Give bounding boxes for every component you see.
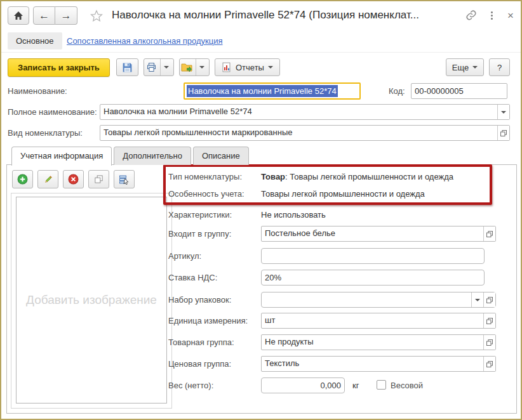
forward-icon: →	[61, 10, 72, 22]
copy-link-icon	[465, 10, 477, 21]
image-toolbar	[12, 170, 135, 188]
article-input[interactable]	[261, 248, 485, 264]
unit-input[interactable]: шт	[261, 313, 496, 329]
type-label: Тип номенклатуры:	[168, 169, 261, 185]
copy-icon	[94, 174, 104, 184]
type-row: Тип номенклатуры: Товар: Товары легкой п…	[168, 169, 511, 185]
group-value: Постельное белье	[262, 226, 483, 241]
type-value-rest: : Товары легкой промышленности и одежда	[285, 172, 453, 181]
attach-dropdown[interactable]	[196, 59, 208, 75]
weighted-label: Весовой	[391, 377, 423, 393]
kind-input[interactable]: Товары легкой промышленности маркированн…	[100, 125, 510, 141]
weight-label: Вес (нетто):	[168, 377, 261, 393]
vat-input[interactable]	[261, 270, 485, 285]
name-input[interactable]: Наволочка на молнии Primavelle 52*74	[184, 82, 361, 100]
more-kebab-icon	[491, 11, 493, 20]
image-dropzone[interactable]: Добавить изображение	[16, 197, 167, 404]
save-button[interactable]	[116, 58, 138, 76]
print-dropdown[interactable]	[160, 59, 172, 75]
characteristics-label: Характеристики:	[168, 207, 261, 223]
open-value-icon	[486, 296, 493, 304]
close-button[interactable]: ×	[503, 8, 518, 23]
home-icon	[13, 11, 23, 20]
weight-unit-label: кг	[352, 377, 359, 393]
unit-label: Единица измерения:	[168, 313, 261, 329]
packaging-input[interactable]	[261, 292, 496, 308]
save-icon	[122, 62, 133, 73]
accounting-value: Товары легкой промышленности и одежда	[261, 186, 425, 202]
open-value-icon	[500, 129, 507, 137]
home-button[interactable]	[8, 6, 29, 25]
forward-button[interactable]: →	[55, 6, 77, 25]
pick-from-list-icon	[119, 174, 130, 185]
product-group-open-button[interactable]	[483, 335, 495, 350]
product-group-input[interactable]: Не продукты	[261, 334, 496, 350]
packaging-value	[262, 292, 471, 307]
copy-link-button[interactable]	[464, 8, 479, 23]
more-label: Еще	[452, 63, 469, 72]
full-name-label: Полное наименование:	[8, 104, 97, 120]
report-icon	[222, 62, 231, 72]
kind-label: Вид номенклатуры:	[8, 125, 83, 141]
print-icon	[146, 62, 157, 72]
weighted-checkbox[interactable]	[377, 380, 386, 390]
price-group-input[interactable]: Текстиль	[261, 356, 496, 372]
close-icon: ×	[507, 10, 514, 21]
tab-main[interactable]: Основное	[8, 32, 62, 49]
price-group-open-button[interactable]	[483, 357, 495, 371]
full-name-value: Наволочка на молнии Primavelle 52*74	[100, 105, 497, 119]
group-open-button[interactable]	[483, 226, 495, 241]
page-title: Наволочка на молнии Primavelle 52*74 (По…	[112, 9, 455, 22]
copy-image-button[interactable]	[88, 170, 109, 188]
article-label: Артикул:	[168, 248, 261, 264]
edit-image-button[interactable]	[37, 170, 58, 188]
reports-button[interactable]: Отчеты	[215, 58, 280, 76]
favorite-button[interactable]	[89, 8, 104, 23]
image-group-box: Добавить изображение	[11, 193, 172, 409]
save-and-close-button[interactable]: Записать и закрыть	[8, 58, 110, 77]
packaging-label: Набор упаковок:	[168, 292, 261, 308]
tab-accounting-info[interactable]: Учетная информация	[11, 147, 112, 166]
price-group-value: Текстиль	[262, 357, 483, 371]
tab-matched-alcohol-link[interactable]: Сопоставленная алкогольная продукция	[67, 36, 223, 46]
unit-open-button[interactable]	[483, 313, 495, 328]
app-window: ← → Наволочка на молнии Primavelle 52*74…	[0, 0, 522, 420]
packaging-open-button[interactable]	[483, 292, 495, 307]
back-icon: ←	[39, 10, 50, 22]
dropdown-arrow-icon	[501, 111, 506, 114]
attach-file-button[interactable]	[179, 58, 210, 76]
add-icon	[17, 174, 28, 185]
back-button[interactable]: ←	[33, 6, 55, 25]
kind-open-button[interactable]	[497, 126, 509, 140]
full-name-input[interactable]: Наволочка на молнии Primavelle 52*74	[100, 104, 510, 120]
attach-folder-icon	[181, 62, 192, 72]
help-button[interactable]: ?	[489, 58, 510, 76]
dropdown-arrow-icon	[475, 299, 480, 301]
more-button[interactable]: Еще	[446, 58, 484, 76]
packaging-dropdown-button[interactable]	[471, 292, 483, 307]
print-button[interactable]	[144, 58, 174, 76]
edit-pencil-icon	[43, 174, 53, 185]
add-image-button[interactable]	[12, 170, 33, 188]
full-name-dropdown-button[interactable]	[497, 105, 509, 119]
tab-additional[interactable]: Дополнительно	[114, 147, 191, 165]
tab-panel: Добавить изображение Тип номенклатуры: Т…	[6, 164, 517, 414]
code-input[interactable]	[411, 83, 507, 99]
type-value: Товар: Товары легкой промышленности и од…	[261, 169, 453, 185]
command-bar: Записать и закрыть Отчеты Еще	[1, 58, 521, 79]
code-label: Код:	[389, 83, 405, 99]
group-label: Входит в группу:	[168, 226, 261, 242]
name-input-selected-text: Наволочка на молнии Primavelle 52*74	[187, 85, 338, 97]
weight-input[interactable]	[261, 377, 345, 393]
open-value-icon	[486, 317, 493, 325]
price-group-label: Ценовая группа:	[168, 356, 261, 372]
pick-image-button[interactable]	[114, 170, 135, 188]
tab-description[interactable]: Описание	[193, 147, 249, 165]
delete-image-button[interactable]	[63, 170, 84, 188]
kind-value: Товары легкой промышленности маркированн…	[100, 126, 497, 140]
more-actions-button[interactable]	[484, 8, 499, 23]
title-bar: ← → Наволочка на молнии Primavelle 52*74…	[1, 5, 521, 27]
product-group-value: Не продукты	[262, 335, 483, 350]
open-value-icon	[486, 230, 493, 238]
group-input[interactable]: Постельное белье	[261, 226, 496, 242]
